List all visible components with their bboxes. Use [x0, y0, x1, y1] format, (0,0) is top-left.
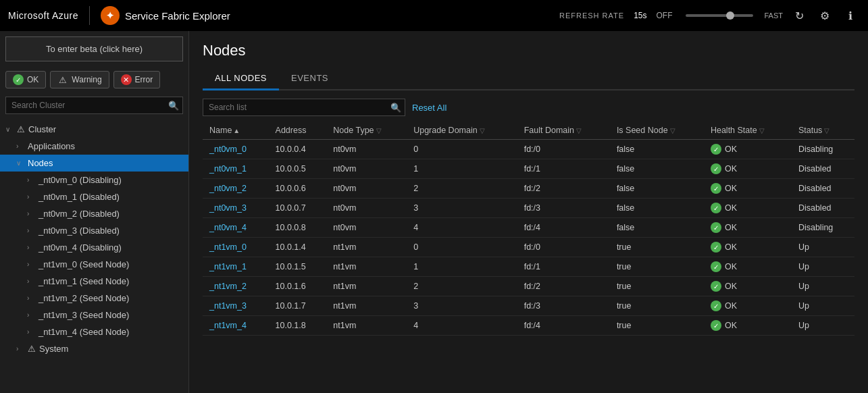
- reset-all-button[interactable]: Reset All: [412, 103, 446, 113]
- info-button[interactable]: ℹ: [841, 6, 860, 25]
- cell-address-1: 10.0.0.5: [269, 159, 327, 179]
- nav-label-6: _nt0vm_4 (Disabling): [39, 242, 122, 253]
- cell-name-5[interactable]: _nt1vm_0: [203, 238, 269, 257]
- filter-icon-7: ▽: [824, 127, 829, 134]
- cell-address-3: 10.0.0.7: [269, 199, 327, 218]
- app-title: ✦ Service Fabric Explorer: [101, 6, 230, 25]
- nav-label-9: _nt1vm_2 (Seed Node): [39, 293, 129, 303]
- cell-status-8: Up: [792, 296, 854, 316]
- cell-isSeedNode-4: false: [610, 218, 704, 238]
- col-header-node-type[interactable]: Node Type▽: [326, 122, 407, 140]
- settings-button[interactable]: ⚙: [815, 6, 834, 25]
- filter-icon-5: ▽: [670, 127, 675, 134]
- col-header-is-seed-node[interactable]: Is Seed Node▽: [610, 122, 704, 140]
- nav-label-8: _nt1vm_1 (Seed Node): [39, 276, 129, 286]
- sidebar-item-1[interactable]: ∨Nodes: [0, 155, 188, 172]
- node-link-7[interactable]: _nt1vm_2: [209, 282, 247, 291]
- cell-name-9[interactable]: _nt1vm_4: [203, 316, 269, 336]
- table-search-icon: 🔍: [390, 103, 401, 113]
- ok-filter-button[interactable]: ✓ OK: [5, 71, 46, 88]
- cell-name-6[interactable]: _nt1vm_1: [203, 257, 269, 277]
- table-search-input[interactable]: [203, 99, 405, 116]
- node-link-5[interactable]: _nt1vm_0: [209, 242, 247, 252]
- refresh-rate-label: REFRESH RATE: [559, 11, 624, 20]
- cell-upgradeDomain-9: 4: [407, 316, 517, 336]
- node-link-1[interactable]: _nt0vm_1: [209, 164, 247, 174]
- cell-faultDomain-1: fd:/1: [517, 159, 610, 179]
- cell-nodeType-0: nt0vm: [326, 140, 407, 159]
- health-badge-7: ✓OK: [711, 281, 737, 292]
- table-toolbar: 🔍 Reset All: [203, 99, 854, 116]
- cell-address-8: 10.0.1.7: [269, 296, 327, 316]
- cell-name-0[interactable]: _nt0vm_0: [203, 140, 269, 159]
- sidebar-item-4[interactable]: ›_nt0vm_2 (Disabled): [0, 205, 188, 222]
- tab-all-nodes[interactable]: ALL NODES: [203, 68, 279, 90]
- tab-events[interactable]: EVENTS: [279, 68, 340, 90]
- nav-label-10: _nt1vm_3 (Seed Node): [39, 310, 129, 320]
- node-link-4[interactable]: _nt0vm_4: [209, 223, 247, 232]
- cell-name-2[interactable]: _nt0vm_2: [203, 179, 269, 199]
- cluster-warning-icon: ⚠: [17, 124, 25, 134]
- cell-name-4[interactable]: _nt0vm_4: [203, 218, 269, 238]
- cell-name-1[interactable]: _nt0vm_1: [203, 159, 269, 179]
- refresh-button[interactable]: ↻: [790, 6, 809, 25]
- cell-isSeedNode-2: false: [610, 179, 704, 199]
- nav-chevron-7: ›: [27, 261, 35, 268]
- sidebar-item-3[interactable]: ›_nt0vm_1 (Disabled): [0, 188, 188, 205]
- cell-address-7: 10.0.1.6: [269, 277, 327, 296]
- col-header-health-state[interactable]: Health State▽: [704, 122, 792, 140]
- cell-upgradeDomain-1: 1: [407, 159, 517, 179]
- refresh-slider[interactable]: [686, 14, 753, 17]
- refresh-rate-value: 15s: [634, 11, 646, 20]
- nav-warn-icon-12: ⚠: [28, 344, 36, 354]
- ok-circle-icon-5: ✓: [711, 242, 721, 253]
- sidebar-item-8[interactable]: ›_nt1vm_1 (Seed Node): [0, 273, 188, 290]
- sidebar-item-6[interactable]: ›_nt0vm_4 (Disabling): [0, 239, 188, 256]
- node-link-8[interactable]: _nt1vm_3: [209, 301, 247, 311]
- error-icon: ✕: [121, 74, 132, 85]
- sidebar-item-2[interactable]: ›_nt0vm_0 (Disabling): [0, 172, 188, 188]
- table-row: _nt0vm_310.0.0.7nt0vm3fd:/3false✓OKDisab…: [203, 199, 854, 218]
- sidebar-item-5[interactable]: ›_nt0vm_3 (Disabled): [0, 222, 188, 239]
- beta-button[interactable]: To enter beta (click here): [5, 36, 183, 61]
- refresh-off-label: OFF: [656, 11, 672, 20]
- nodes-table-wrap: Name▲AddressNode Type▽Upgrade Domain▽Fau…: [203, 122, 854, 382]
- error-filter-button[interactable]: ✕ Error: [113, 71, 161, 88]
- warning-filter-button[interactable]: ⚠ Warning: [50, 71, 109, 88]
- col-header-address[interactable]: Address: [269, 122, 327, 140]
- col-header-upgrade-domain[interactable]: Upgrade Domain▽: [407, 122, 517, 140]
- sidebar-item-9[interactable]: ›_nt1vm_2 (Seed Node): [0, 290, 188, 307]
- node-link-2[interactable]: _nt0vm_2: [209, 184, 247, 193]
- col-header-name[interactable]: Name▲: [203, 122, 269, 140]
- col-header-fault-domain[interactable]: Fault Domain▽: [517, 122, 610, 140]
- content-area: Nodes ALL NODESEVENTS 🔍 Reset All Name▲A…: [189, 31, 868, 393]
- col-header-status[interactable]: Status▽: [792, 122, 854, 140]
- cell-name-7[interactable]: _nt1vm_2: [203, 277, 269, 296]
- status-filter-bar: ✓ OK ⚠ Warning ✕ Error: [0, 67, 188, 93]
- cell-name-8[interactable]: _nt1vm_3: [203, 296, 269, 316]
- cell-isSeedNode-6: true: [610, 257, 704, 277]
- sidebar-item-7[interactable]: ›_nt1vm_0 (Seed Node): [0, 256, 188, 273]
- table-row: _nt0vm_210.0.0.6nt0vm2fd:/2false✓OKDisab…: [203, 179, 854, 199]
- node-link-9[interactable]: _nt1vm_4: [209, 321, 247, 330]
- node-link-6[interactable]: _nt1vm_1: [209, 262, 247, 271]
- cell-nodeType-4: nt0vm: [326, 218, 407, 238]
- cell-healthState-2: ✓OK: [704, 179, 792, 199]
- cell-status-5: Up: [792, 238, 854, 257]
- cell-name-3[interactable]: _nt0vm_3: [203, 199, 269, 218]
- sidebar-item-10[interactable]: ›_nt1vm_3 (Seed Node): [0, 307, 188, 323]
- node-link-0[interactable]: _nt0vm_0: [209, 145, 247, 154]
- topbar: Microsoft Azure ✦ Service Fabric Explore…: [0, 0, 868, 31]
- sidebar-item-0[interactable]: ›Applications: [0, 138, 188, 155]
- health-badge-5: ✓OK: [711, 242, 737, 253]
- cell-isSeedNode-5: true: [610, 238, 704, 257]
- sidebar: To enter beta (click here) ✓ OK ⚠ Warnin…: [0, 31, 189, 393]
- sidebar-item-cluster[interactable]: ∨ ⚠ Cluster: [0, 121, 188, 138]
- sidebar-item-12[interactable]: ›⚠System: [0, 340, 188, 357]
- sidebar-item-11[interactable]: ›_nt1vm_4 (Seed Node): [0, 323, 188, 340]
- node-link-3[interactable]: _nt0vm_3: [209, 203, 247, 213]
- cell-address-6: 10.0.1.5: [269, 257, 327, 277]
- cell-status-7: Up: [792, 277, 854, 296]
- cell-status-6: Up: [792, 257, 854, 277]
- cluster-search-input[interactable]: [5, 97, 183, 114]
